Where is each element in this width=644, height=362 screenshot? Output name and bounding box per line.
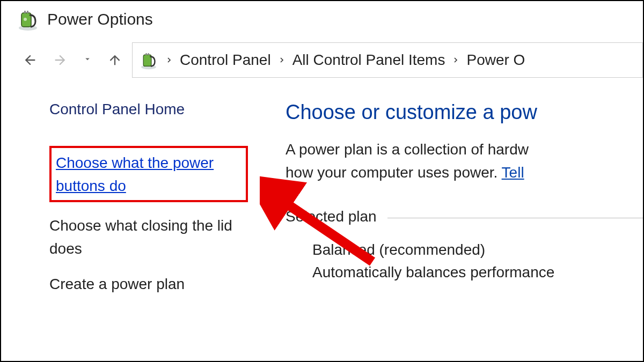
page-description: A power plan is a collection of hardw ho…: [286, 138, 643, 184]
power-options-icon: [16, 8, 40, 31]
sidebar: Control Panel Home Choose what the power…: [1, 101, 264, 307]
svg-rect-10: [148, 53, 149, 55]
window-title: Power Options: [47, 10, 153, 28]
choose-power-buttons-link[interactable]: Choose what the power buttons do: [56, 151, 241, 198]
desc-line1: A power plan is a collection of hardw: [286, 141, 529, 158]
plan-description: Automatically balances performance: [312, 264, 643, 281]
breadcrumb-item[interactable]: Power O: [466, 51, 525, 69]
selected-plan-section: Selected plan Balanced (recommended) Aut…: [286, 208, 643, 281]
highlight-annotation: Choose what the power buttons do: [49, 146, 248, 202]
title-bar: Power Options: [1, 1, 643, 41]
control-panel-home-link[interactable]: Control Panel Home: [49, 101, 248, 118]
selected-plan-label: Selected plan: [286, 208, 377, 225]
page-heading: Choose or customize a pow: [286, 101, 643, 124]
main-panel: Choose or customize a pow A power plan i…: [264, 101, 643, 307]
svg-rect-4: [27, 11, 28, 13]
history-dropdown[interactable]: [83, 54, 92, 66]
choose-closing-lid-link[interactable]: Choose what closing the lid does: [49, 214, 248, 261]
breadcrumb-item[interactable]: Control Panel: [180, 51, 271, 69]
selected-plan-header: Selected plan: [286, 208, 643, 225]
nav-buttons: [23, 53, 122, 68]
back-button[interactable]: [23, 53, 38, 68]
chevron-right-icon: [451, 56, 460, 64]
svg-rect-9: [145, 53, 147, 55]
tell-me-more-link[interactable]: Tell: [502, 164, 524, 181]
breadcrumb-item[interactable]: All Control Panel Items: [292, 51, 445, 69]
up-button[interactable]: [107, 53, 122, 68]
content-area: Control Panel Home Choose what the power…: [1, 79, 643, 307]
power-options-icon: [139, 50, 158, 70]
desc-line2: how your computer uses power.: [286, 164, 502, 181]
svg-rect-3: [24, 11, 26, 13]
forward-button[interactable]: [53, 53, 68, 68]
address-bar[interactable]: Control Panel All Control Panel Items Po…: [132, 42, 643, 78]
create-power-plan-link[interactable]: Create a power plan: [49, 272, 248, 295]
divider: [387, 218, 643, 218]
svg-point-5: [24, 18, 27, 21]
chevron-right-icon: [165, 56, 173, 64]
plan-name[interactable]: Balanced (recommended): [312, 241, 643, 258]
chevron-right-icon: [277, 56, 286, 64]
nav-bar: Control Panel All Control Panel Items Po…: [1, 41, 643, 79]
